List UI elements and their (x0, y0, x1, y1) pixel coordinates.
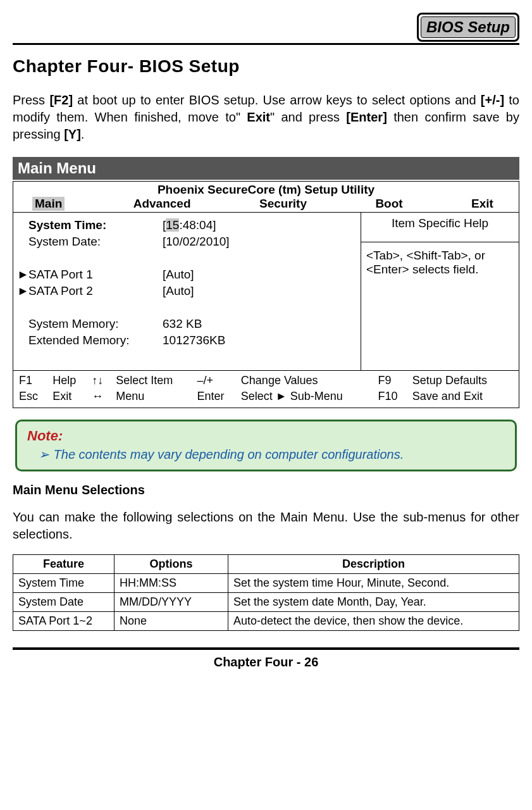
table-row: SATA Port 1~2 None Auto-detect the devic… (13, 612, 519, 631)
key-leftright-label: Menu (115, 389, 195, 404)
key-f10: F10 (377, 389, 410, 404)
key-exit: Exit (247, 110, 270, 124)
system-time-value-selected[interactable]: 15 (166, 218, 179, 232)
bios-utility-title: Phoenix SecureCore (tm) Setup Utility (13, 182, 519, 197)
col-feature: Feature (13, 555, 114, 574)
submenu-arrow-icon: ► (17, 284, 29, 298)
system-time-label: System Time: (28, 218, 161, 232)
key-f9: F9 (377, 373, 410, 388)
key-updown-label: Select Item (115, 373, 195, 388)
sata-port-1-value[interactable]: [Auto] (163, 267, 230, 282)
table-row: System Time HH:MM:SS Set the system time… (13, 574, 519, 593)
system-memory-label: System Memory: (28, 317, 161, 331)
header-badge: BIOS Setup (421, 16, 516, 38)
key-f1: F1 (18, 373, 51, 388)
cell-options: None (114, 612, 228, 631)
cell-description: Set the system date Month, Day, Year. (228, 593, 519, 612)
system-date-value[interactable]: [10/02/2010] (163, 234, 230, 249)
bios-tab-main[interactable]: Main (32, 197, 65, 211)
intro-paragraph: Press [F2] at boot up to enter BIOS setu… (13, 92, 519, 143)
sata-port-2-value[interactable]: [Auto] (163, 284, 230, 299)
header-badge-frame: BIOS Setup (417, 13, 519, 42)
selections-paragraph: You can make the following selections on… (13, 509, 519, 543)
note-box: Note: ➢ The contents may vary depending … (15, 420, 517, 471)
key-plus-minus: [+/-] (481, 93, 504, 107)
cell-feature: System Time (13, 574, 114, 593)
key-esc-label: Exit (52, 389, 90, 404)
note-body: ➢ The contents may vary depending on com… (27, 447, 505, 462)
help-panel-title: Item Specific Help (361, 213, 519, 242)
bios-main-panel: System Time: [15:48:04] System Date: [10… (13, 213, 361, 370)
selections-table: Feature Options Description System Time … (13, 554, 519, 631)
key-updown: ↑↓ (91, 373, 114, 388)
key-leftright: ↔ (91, 389, 114, 404)
note-title: Note: (27, 428, 505, 444)
extended-memory-label: Extended Memory: (28, 333, 161, 347)
subheading-main-menu-selections: Main Menu Selections (13, 483, 519, 497)
bios-help-panel: Item Specific Help <Tab>, <Shift-Tab>, o… (361, 213, 519, 370)
extended-memory-value: 1012736KB (163, 333, 230, 348)
col-description: Description (228, 555, 519, 574)
key-y: [Y] (64, 127, 81, 141)
bios-tab-advanced[interactable]: Advanced (133, 197, 191, 211)
help-panel-body: <Tab>, <Shift-Tab>, or <Enter> selects f… (361, 242, 519, 370)
intro-text: Press (13, 93, 49, 107)
bios-tab-exit[interactable]: Exit (471, 197, 493, 211)
key-f9-label: Setup Defaults (412, 373, 514, 388)
page-footer: Chapter Four - 26 (13, 655, 519, 670)
table-row: System Date MM/DD/YYYY Set the system da… (13, 593, 519, 612)
sata-port-2-label[interactable]: SATA Port 2 (28, 284, 161, 298)
submenu-arrow-icon: ► (17, 268, 29, 282)
bios-tab-security[interactable]: Security (259, 197, 307, 211)
system-time-value-rest[interactable]: :48:04] (179, 218, 216, 232)
bios-tabs: Main Advanced Security Boot Exit (13, 197, 519, 212)
key-esc: Esc (18, 389, 51, 404)
intro-text: " and press (270, 110, 346, 124)
key-plusminus: –/+ (196, 373, 238, 388)
key-f2: [F2] (49, 93, 73, 107)
system-date-label: System Date: (28, 235, 161, 249)
intro-text: . (81, 127, 85, 141)
key-f10-label: Save and Exit (412, 389, 514, 404)
cell-feature: System Date (13, 593, 114, 612)
sata-port-1-label[interactable]: SATA Port 1 (28, 268, 161, 282)
cell-options: HH:MM:SS (114, 574, 228, 593)
bottom-rule (13, 647, 519, 650)
col-options: Options (114, 555, 228, 574)
key-f1-label: Help (52, 373, 90, 388)
cell-options: MM/DD/YYYY (114, 593, 228, 612)
section-header-main-menu: Main Menu (13, 157, 519, 180)
cell-description: Set the system time Hour, Minute, Second… (228, 574, 519, 593)
bios-footer: F1 Help ↑↓ Select Item –/+ Change Values… (13, 370, 519, 408)
key-enter: [Enter] (346, 110, 387, 124)
cell-description: Auto-detect the device, then show the de… (228, 612, 519, 631)
bullet-triangle-icon: ➢ (39, 447, 50, 462)
chapter-title: Chapter Four- BIOS Setup (13, 56, 519, 77)
note-text: The contents may vary depending on compu… (54, 447, 404, 461)
intro-text: at boot up to enter BIOS setup. Use arro… (73, 93, 481, 107)
bios-tab-boot[interactable]: Boot (375, 197, 402, 211)
key-enter: Enter (196, 389, 238, 404)
top-rule (13, 43, 519, 45)
bios-body: System Time: [15:48:04] System Date: [10… (13, 212, 519, 370)
key-enter-label: Select ► Sub-Menu (240, 389, 376, 404)
bios-screen: Phoenix SecureCore (tm) Setup Utility Ma… (13, 181, 519, 408)
key-plusminus-label: Change Values (240, 373, 376, 388)
system-memory-value: 632 KB (163, 316, 230, 332)
cell-feature: SATA Port 1~2 (13, 612, 114, 631)
